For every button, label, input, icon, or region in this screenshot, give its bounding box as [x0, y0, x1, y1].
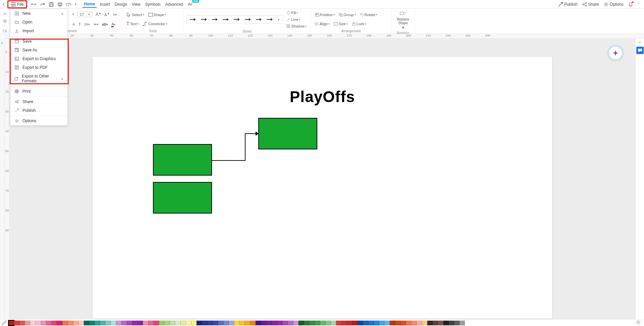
- font-color-button[interactable]: A▾: [111, 22, 115, 26]
- color-swatch[interactable]: [325, 321, 331, 325]
- shape-rect-3[interactable]: [258, 118, 317, 149]
- line-spacing-button[interactable]: ‡≡▾: [84, 22, 90, 26]
- color-swatch[interactable]: [358, 321, 363, 325]
- left-panel-toggle[interactable]: »: [0, 39, 5, 319]
- tab-advanced[interactable]: Advanced: [164, 1, 184, 7]
- color-swatch[interactable]: [411, 321, 417, 325]
- text-tool-button[interactable]: T Text▾: [125, 20, 140, 27]
- color-swatch[interactable]: [121, 321, 127, 325]
- color-swatch[interactable]: [116, 321, 121, 325]
- color-swatch[interactable]: [213, 321, 218, 325]
- color-swatch[interactable]: [30, 321, 36, 325]
- file-menu-item-save-as[interactable]: Save As: [10, 46, 67, 54]
- shape-tool-button[interactable]: Shape▾: [147, 12, 168, 17]
- right-panel-toggle[interactable]: «: [639, 40, 641, 44]
- color-swatch[interactable]: [379, 321, 384, 325]
- publish-button[interactable]: Publish: [558, 2, 577, 7]
- clear-format-button[interactable]: A̶: [72, 22, 75, 27]
- color-swatch[interactable]: [132, 321, 138, 325]
- connector-style-gallery[interactable]: ▾: [186, 15, 283, 24]
- color-swatch[interactable]: [331, 321, 336, 325]
- color-swatch[interactable]: [336, 321, 341, 325]
- lock-button[interactable]: Lock▾: [351, 21, 368, 27]
- color-swatch[interactable]: [277, 321, 282, 325]
- color-options-button[interactable]: [636, 320, 642, 326]
- color-swatch[interactable]: [36, 321, 41, 325]
- file-menu-item-export-to-pdf[interactable]: Export to PDF: [10, 63, 67, 72]
- tab-design[interactable]: Design: [113, 1, 128, 7]
- color-swatch[interactable]: [89, 321, 95, 325]
- color-swatch[interactable]: [368, 321, 374, 325]
- color-swatch[interactable]: [127, 321, 132, 325]
- color-swatch[interactable]: [320, 321, 325, 325]
- color-swatch[interactable]: [449, 321, 454, 325]
- eyedropper-button[interactable]: [2, 320, 7, 326]
- color-swatch[interactable]: [105, 321, 111, 325]
- save-button[interactable]: [49, 2, 54, 7]
- tab-insert[interactable]: Insert: [99, 1, 111, 7]
- color-swatch[interactable]: [197, 321, 202, 325]
- size-button[interactable]: Size▾: [332, 21, 349, 27]
- undo-button[interactable]: ▾: [31, 2, 37, 7]
- color-swatch[interactable]: [111, 321, 116, 325]
- color-swatch[interactable]: [175, 321, 180, 325]
- color-swatch[interactable]: [234, 321, 239, 325]
- color-swatch[interactable]: [19, 321, 25, 325]
- color-swatch[interactable]: [164, 321, 170, 325]
- notification-button[interactable]: [628, 2, 633, 7]
- tab-ai[interactable]: AI hot: [186, 1, 193, 7]
- canvas-page[interactable]: PlayOffs: [93, 57, 552, 319]
- share-button[interactable]: Share: [582, 2, 599, 7]
- rotate-button[interactable]: Rotate▾: [359, 12, 379, 17]
- color-swatch[interactable]: [245, 321, 250, 325]
- color-swatch[interactable]: [78, 321, 84, 325]
- shape-rect-1[interactable]: [153, 144, 212, 176]
- color-swatch[interactable]: [417, 321, 422, 325]
- decrease-font-button[interactable]: A▼: [105, 12, 110, 17]
- color-swatch[interactable]: [454, 321, 460, 325]
- color-swatch[interactable]: [143, 321, 148, 325]
- file-menu-item-options[interactable]: Options: [10, 117, 67, 125]
- color-swatch[interactable]: [438, 321, 443, 325]
- color-swatch[interactable]: [180, 321, 186, 325]
- color-swatch[interactable]: [352, 321, 358, 325]
- file-menu-item-save[interactable]: Save: [10, 37, 67, 46]
- color-swatch[interactable]: [422, 321, 427, 325]
- collapse-ribbon-button[interactable]: ˄: [638, 2, 639, 6]
- color-swatch[interactable]: [25, 321, 30, 325]
- color-swatch[interactable]: [62, 321, 68, 325]
- file-menu-item-new[interactable]: New▸: [10, 9, 67, 18]
- ai-assistant-bubble[interactable]: [609, 47, 622, 59]
- color-swatch[interactable]: [207, 321, 213, 325]
- back-button[interactable]: [1, 2, 7, 7]
- color-swatch[interactable]: [363, 321, 368, 325]
- replace-shape-button[interactable]: Replace Shape ▾: [394, 10, 412, 31]
- shadow-button[interactable]: Shadow▾: [285, 24, 308, 29]
- color-swatch[interactable]: [304, 321, 309, 325]
- shape-rect-2[interactable]: [153, 182, 212, 214]
- color-swatch[interactable]: [14, 321, 19, 325]
- connector-tool-button[interactable]: Connector▾: [142, 21, 169, 27]
- color-swatch[interactable]: [443, 321, 449, 325]
- color-swatch[interactable]: [229, 321, 234, 325]
- color-swatch[interactable]: [293, 321, 299, 325]
- color-swatch[interactable]: [299, 321, 304, 325]
- align-button[interactable]: ≡▾: [113, 12, 117, 16]
- color-swatch[interactable]: [84, 321, 89, 325]
- color-swatch[interactable]: [57, 321, 62, 325]
- color-swatch[interactable]: [400, 321, 406, 325]
- position-button[interactable]: Position▾: [314, 12, 336, 17]
- color-swatch[interactable]: [282, 321, 288, 325]
- color-swatch[interactable]: [266, 321, 272, 325]
- font-family-drop[interactable]: ▾: [72, 12, 74, 16]
- text-tool-button[interactable]: T: [78, 22, 81, 26]
- cut-icon[interactable]: ✂: [3, 11, 7, 16]
- file-menu-item-publish[interactable]: Publish: [10, 106, 67, 115]
- group-button[interactable]: Group▾: [337, 12, 357, 17]
- select-tool-button[interactable]: Select▾: [125, 12, 146, 18]
- color-swatch[interactable]: [95, 321, 100, 325]
- file-menu-button[interactable]: File: [7, 0, 27, 8]
- file-menu-item-export-to-graphics[interactable]: Export to Graphics: [10, 54, 67, 63]
- color-swatch[interactable]: [347, 321, 352, 325]
- color-swatch[interactable]: [239, 321, 245, 325]
